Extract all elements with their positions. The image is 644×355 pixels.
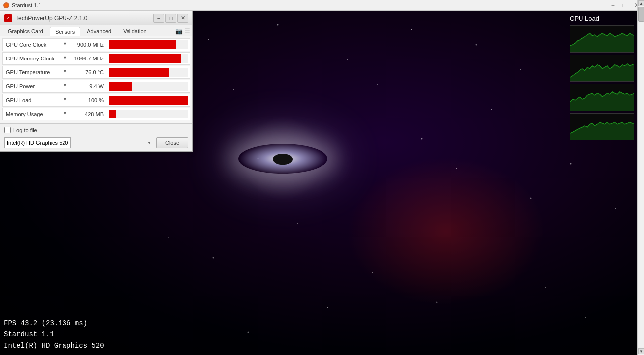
fps-line1: FPS 43.2 (23.136 ms) (4, 318, 104, 329)
gpu-selector[interactable]: Intel(R) HD Graphics 520 (4, 137, 71, 148)
sensor-dropdown-1[interactable]: ▼ (63, 55, 70, 62)
close-button[interactable]: Close (156, 137, 188, 148)
gpuz-tabs: Graphics Card Sensors Advanced Validatio… (0, 25, 192, 36)
log-to-file-row: Log to file (4, 127, 188, 133)
blackhole-visual (233, 109, 332, 208)
svg-point-9 (233, 89, 234, 90)
gpuz-footer: Log to file Intel(R) HD Graphics 520 Clo… (0, 123, 192, 151)
sensor-value-gpu-load: 100 % (72, 97, 107, 103)
sensor-value-gpu-memory-clock: 1066.7 MHz (72, 56, 107, 61)
log-to-file-label: Log to file (13, 127, 37, 133)
svg-point-15 (615, 208, 616, 209)
sensor-row-gpu-load: GPU Load ▼ 100 % (2, 94, 190, 107)
gpuz-bottom-row: Intel(R) HD Graphics 520 Close (4, 137, 188, 148)
fps-line3: Intel(R) HD Graphics 520 (4, 340, 104, 351)
sensor-row-gpu-power: GPU Power ▼ 9.4 W (2, 80, 190, 93)
taskbar-controls: − □ ✕ (609, 2, 641, 9)
log-to-file-checkbox[interactable] (4, 127, 11, 133)
gpu-selector-wrapper: Intel(R) HD Graphics 520 (4, 137, 153, 148)
gpuz-title: TechPowerUp GPU-Z 2.1.0 (15, 15, 153, 22)
sensor-dropdown-2[interactable]: ▼ (63, 69, 70, 76)
svg-point-24 (585, 317, 586, 318)
svg-point-21 (327, 307, 328, 308)
svg-point-2 (347, 59, 348, 60)
cpu-load-widget: CPU Load (570, 15, 639, 142)
sensor-bar-gpu-core-clock (107, 39, 190, 51)
gpuz-tab-extra-icons: 📷 ☰ (175, 28, 190, 35)
sensor-value-gpu-temperature: 76.0 °C (72, 69, 107, 75)
taskbar: Stardust 1.1 − □ ✕ (0, 0, 644, 11)
tab-validation[interactable]: Validation (118, 26, 152, 36)
svg-point-26 (5, 4, 8, 7)
sensor-value-gpu-power: 9.4 W (72, 83, 107, 89)
svg-point-11 (377, 84, 378, 85)
sensor-row-memory-usage: Memory Usage ▼ 428 MB (2, 108, 190, 120)
svg-point-12 (491, 109, 492, 110)
svg-point-17 (213, 257, 214, 259)
menu-icon[interactable]: ☰ (185, 28, 190, 35)
sensor-dropdown-5[interactable]: ▼ (63, 111, 70, 118)
gpuz-window-controls: − □ ✕ (153, 14, 188, 23)
gpuz-close-button[interactable]: ✕ (177, 14, 188, 23)
svg-point-6 (421, 138, 423, 140)
sensor-dropdown-3[interactable]: ▼ (63, 83, 70, 90)
gpuz-titlebar: Z TechPowerUp GPU-Z 2.1.0 − □ ✕ (0, 11, 192, 25)
taskbar-app-icon (3, 2, 10, 9)
scroll-thumb[interactable] (638, 7, 644, 22)
sensor-label-gpu-power: GPU Power ▼ (3, 80, 72, 92)
gpuz-minimize-button[interactable]: − (153, 14, 164, 23)
cpu-load-title: CPU Load (570, 15, 639, 22)
sensor-bar-gpu-memory-clock (107, 53, 190, 64)
sensor-row-gpu-memory-clock: GPU Memory Clock ▼ 1066.7 MHz (2, 52, 190, 65)
scrollbar: ▲ ▼ (637, 0, 644, 355)
svg-point-1 (277, 24, 279, 26)
gpuz-sensors-list: GPU Core Clock ▼ 900.0 MHz GPU Memory Cl… (0, 36, 192, 123)
scroll-up-button[interactable]: ▲ (638, 0, 644, 6)
tab-graphics-card[interactable]: Graphics Card (2, 26, 49, 36)
svg-point-4 (476, 44, 477, 46)
sensor-label-gpu-memory-clock: GPU Memory Clock ▼ (3, 53, 72, 64)
svg-point-5 (520, 69, 521, 70)
svg-point-22 (248, 332, 249, 333)
gpuz-logo-icon: Z (4, 14, 12, 22)
taskbar-minimize-button[interactable]: − (609, 2, 617, 9)
sensor-label-memory-usage: Memory Usage ▼ (3, 108, 72, 120)
fps-line2: Stardust 1.1 (4, 329, 104, 340)
sensor-dropdown-4[interactable]: ▼ (63, 97, 70, 104)
sensor-bar-gpu-temperature (107, 66, 190, 78)
svg-point-3 (411, 29, 412, 30)
taskbar-maximize-button[interactable]: □ (621, 2, 628, 9)
cpu-graph-3 (570, 84, 634, 111)
cpu-graph-1 (570, 25, 634, 53)
sensor-label-gpu-load: GPU Load ▼ (3, 94, 72, 106)
gpuz-window: Z TechPowerUp GPU-Z 2.1.0 − □ ✕ Graphics… (0, 11, 193, 152)
svg-point-13 (570, 163, 572, 165)
fps-overlay: FPS 43.2 (23.136 ms) Stardust 1.1 Intel(… (0, 314, 108, 355)
svg-point-16 (297, 223, 298, 224)
tab-sensors[interactable]: Sensors (50, 27, 80, 36)
sensor-label-gpu-core-clock: GPU Core Clock ▼ (3, 39, 72, 51)
gpuz-maximize-button[interactable]: □ (165, 14, 176, 23)
sensor-value-gpu-core-clock: 900.0 MHz (72, 42, 107, 48)
scroll-down-button[interactable]: ▼ (638, 348, 644, 354)
sensor-label-gpu-temperature: GPU Temperature ▼ (3, 66, 72, 78)
sensor-value-memory-usage: 428 MB (72, 111, 107, 117)
sensor-bar-gpu-load (107, 94, 190, 106)
sensor-bar-gpu-power (107, 80, 190, 92)
sensor-row-gpu-core-clock: GPU Core Clock ▼ 900.0 MHz (2, 38, 190, 51)
cpu-graph-2 (570, 55, 634, 82)
sensor-dropdown-0[interactable]: ▼ (63, 41, 70, 48)
svg-point-20 (545, 287, 546, 288)
svg-point-23 (168, 237, 169, 238)
cpu-graph-4 (570, 113, 634, 140)
camera-icon[interactable]: 📷 (175, 28, 183, 35)
sensor-bar-memory-usage (107, 108, 190, 120)
svg-point-0 (208, 39, 209, 40)
nebula-decoration (346, 157, 545, 305)
sensor-row-gpu-temperature: GPU Temperature ▼ 76.0 °C (2, 66, 190, 79)
tab-advanced[interactable]: Advanced (81, 26, 117, 36)
taskbar-title: Stardust 1.1 (12, 2, 41, 8)
